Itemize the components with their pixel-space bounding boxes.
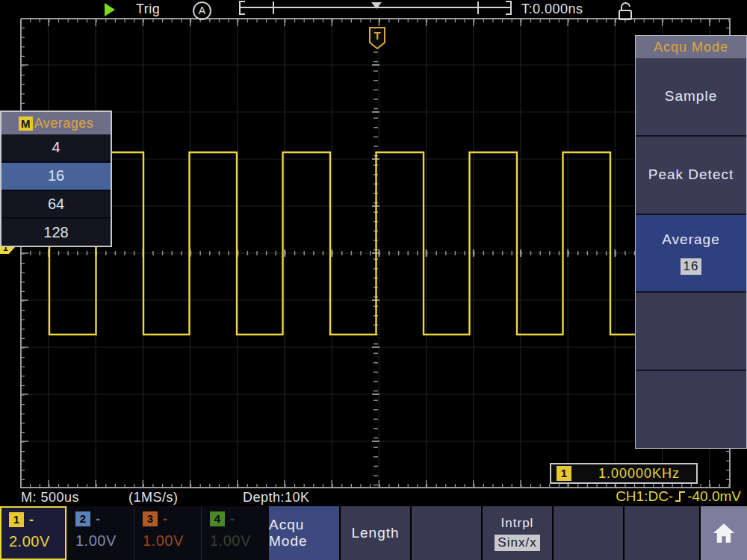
trigger-time-readout: T:0.000ns — [521, 1, 583, 17]
averages-menu-header: M Averages — [1, 112, 111, 134]
depth-readout: Depth:10K — [243, 490, 310, 505]
averages-menu-title: Averages — [34, 116, 94, 131]
channel-4-box[interactable]: 4 - 1.00V — [201, 506, 269, 560]
average-label: Average — [662, 231, 719, 248]
frequency-value: 1.00000KHz — [598, 466, 680, 482]
softkey-acqu-mode[interactable]: Acqu Mode — [269, 506, 339, 560]
channel-1-box[interactable]: 1 - 2.00V — [0, 506, 66, 560]
channel-3-box[interactable]: 3 - 1.00V — [134, 506, 200, 560]
channel-1-badge: 1 — [9, 512, 24, 527]
softkey-blank-1[interactable] — [412, 506, 481, 560]
peak-detect-label: Peak Detect — [648, 167, 734, 183]
softkey-acqu-mode-label: Acqu Mode — [269, 517, 339, 550]
averages-option-64[interactable]: 64 — [1, 190, 111, 218]
svg-text:T: T — [374, 29, 380, 42]
channel-2-coupling: - — [96, 511, 100, 527]
timebase-readout: M: 500us — [21, 490, 79, 505]
frequency-readout: 1 1.00000KHz — [550, 463, 698, 484]
sample-label: Sample — [665, 88, 717, 105]
ch1-waveform — [21, 152, 636, 335]
channel-bar: 1 - 2.00V 2 - 1.00V 3 - 1.00V 4 - 1.00V — [0, 506, 269, 560]
channel-3-coupling: - — [163, 511, 167, 527]
oscilloscope-screen: Trig A T:0.000ns 1T 1 1.00000KHz M Avera… — [0, 0, 747, 560]
home-icon — [711, 520, 737, 546]
channel-3-badge: 3 — [143, 511, 158, 526]
softkey-length[interactable]: Length — [341, 506, 410, 560]
panel-button-blank-2[interactable] — [636, 371, 746, 448]
averages-option-16[interactable]: 16 — [1, 161, 111, 190]
channel-3-scale: 1.00V — [143, 532, 200, 550]
m-knob-badge: M — [19, 116, 33, 131]
record-view-bracket — [0, 0, 747, 18]
softkey-intrpl[interactable]: Intrpl Sinx/x — [483, 506, 552, 560]
softkey-blank-2[interactable] — [554, 506, 623, 560]
panel-button-sample[interactable]: Sample — [636, 58, 746, 137]
average-count-value: 16 — [681, 258, 702, 275]
channel-4-coupling: - — [230, 511, 235, 527]
averages-menu: M Averages 4 16 64 128 — [0, 111, 112, 247]
channel-2-box[interactable]: 2 - 1.00V — [66, 506, 133, 560]
softkey-blank-3[interactable] — [624, 506, 699, 560]
panel-button-peak-detect[interactable]: Peak Detect — [636, 137, 746, 215]
panel-button-blank-1[interactable] — [636, 293, 746, 371]
intrpl-value: Sinx/x — [495, 535, 539, 551]
sample-rate-readout: (1MS/s) — [128, 490, 179, 505]
averages-option-4[interactable]: 4 — [1, 134, 111, 161]
averages-option-128[interactable]: 128 — [1, 217, 111, 246]
channel-1-coupling: - — [29, 512, 34, 528]
channel-1-scale: 2.00V — [9, 533, 65, 550]
unlock-icon — [616, 1, 635, 22]
acqu-mode-panel: Acqu Mode Sample Peak Detect Average 16 — [635, 35, 747, 449]
channel-2-badge: 2 — [75, 511, 90, 526]
home-button[interactable] — [701, 506, 747, 560]
channel-4-badge: 4 — [210, 511, 225, 526]
channel-2-scale: 1.00V — [75, 532, 133, 550]
acqu-panel-title: Acqu Mode — [654, 40, 728, 55]
acqu-panel-header: Acqu Mode — [636, 36, 746, 58]
panel-button-average[interactable]: Average 16 — [636, 215, 746, 293]
softkey-length-label: Length — [351, 525, 399, 541]
freq-channel-badge: 1 — [557, 466, 571, 481]
softkey-intrpl-label: Intrpl — [501, 516, 534, 531]
channel-4-scale: 1.00V — [210, 532, 269, 550]
